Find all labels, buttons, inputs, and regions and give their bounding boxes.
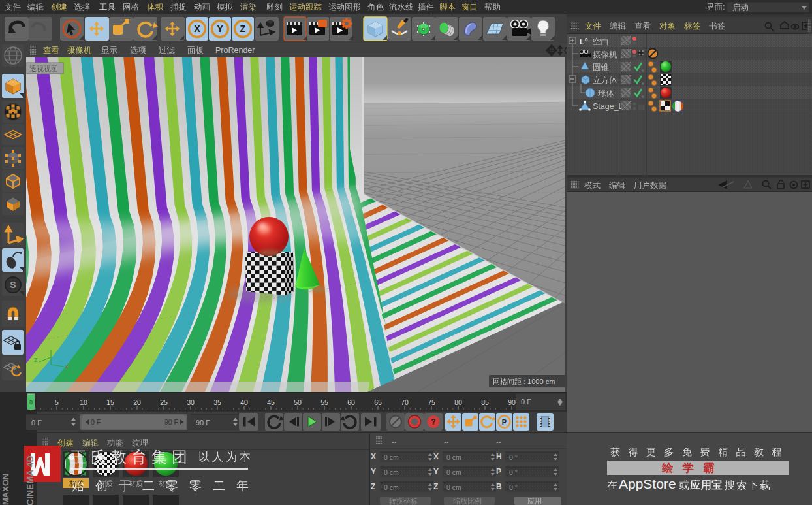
svg-text:30: 30 — [187, 399, 195, 406]
svg-text:20: 20 — [133, 399, 141, 406]
svg-text:B: B — [496, 482, 502, 491]
svg-text:--: -- — [392, 438, 397, 446]
svg-text:Y: Y — [371, 467, 376, 476]
svg-text:Stage_L: Stage_L — [593, 102, 623, 111]
svg-text:--: -- — [444, 438, 449, 446]
svg-text:40: 40 — [240, 399, 248, 406]
svg-text:10: 10 — [80, 399, 87, 406]
svg-text:Y: Y — [217, 24, 223, 34]
svg-text:: 1000 cm: : 1000 cm — [523, 378, 555, 385]
svg-text:Z: Z — [371, 482, 375, 491]
svg-text:80: 80 — [454, 399, 462, 406]
svg-text:0 °: 0 ° — [509, 483, 518, 491]
svg-text:?: ? — [431, 417, 435, 427]
svg-text:Z: Z — [433, 482, 438, 491]
svg-text:AppStore: AppStore — [619, 476, 676, 491]
svg-text:25: 25 — [160, 399, 168, 406]
svg-text:0 °: 0 ° — [509, 453, 518, 461]
svg-text:X: X — [433, 452, 439, 461]
svg-text:0 F: 0 F — [521, 398, 531, 406]
svg-text:0 F: 0 F — [31, 419, 42, 427]
svg-text:85: 85 — [481, 399, 489, 406]
svg-text:0 cm: 0 cm — [384, 483, 399, 491]
svg-text:0 cm: 0 cm — [446, 483, 461, 491]
svg-text:H: H — [496, 452, 502, 461]
svg-text:0 °: 0 ° — [509, 468, 518, 476]
svg-text:Y: Y — [433, 467, 439, 476]
svg-text:55: 55 — [320, 399, 328, 406]
svg-text:0 cm: 0 cm — [446, 453, 461, 461]
svg-text:90 F: 90 F — [196, 419, 210, 427]
svg-text:35: 35 — [213, 399, 221, 406]
svg-text:15: 15 — [106, 399, 114, 406]
svg-text:X: X — [194, 24, 200, 34]
svg-text:70: 70 — [401, 399, 409, 406]
svg-text:0 cm: 0 cm — [384, 453, 399, 461]
svg-text:0: 0 — [29, 399, 33, 406]
svg-text:60: 60 — [347, 399, 355, 406]
svg-text:0 cm: 0 cm — [384, 468, 399, 476]
svg-text:90: 90 — [508, 399, 516, 406]
svg-text:P: P — [496, 467, 501, 476]
svg-text:Z: Z — [240, 24, 246, 34]
svg-text:ProRender: ProRender — [215, 46, 255, 55]
svg-text:L: L — [580, 38, 584, 46]
svg-text:90 F: 90 F — [164, 418, 178, 426]
svg-text:Z: Z — [34, 357, 38, 363]
svg-text:75: 75 — [428, 399, 435, 406]
svg-text:0 F: 0 F — [91, 418, 101, 426]
svg-text:CINEMA 4D: CINEMA 4D — [25, 456, 35, 505]
svg-text:0: 0 — [585, 37, 588, 42]
svg-text:x: x — [65, 363, 69, 370]
svg-text:--: -- — [496, 438, 501, 446]
svg-text:MAXON: MAXON — [1, 474, 10, 505]
svg-text:50: 50 — [294, 399, 302, 406]
svg-text:5: 5 — [55, 399, 59, 406]
svg-text:45: 45 — [267, 399, 275, 406]
svg-text:X: X — [371, 452, 376, 461]
svg-text::: : — [723, 3, 725, 12]
svg-text:65: 65 — [374, 399, 382, 406]
svg-text:P: P — [502, 418, 507, 426]
svg-text:S: S — [10, 280, 16, 290]
svg-text:0 cm: 0 cm — [446, 468, 461, 476]
